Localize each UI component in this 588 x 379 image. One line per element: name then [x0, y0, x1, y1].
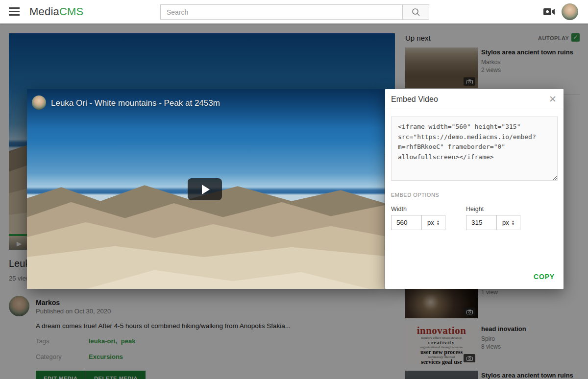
width-unit-select[interactable]: px ▲▼	[421, 215, 445, 230]
spinner-icon[interactable]: ▲▼	[437, 220, 440, 225]
embed-video-modal: Embed Video ✕ <iframe width="560" height…	[385, 89, 564, 289]
menu-icon[interactable]	[9, 7, 20, 16]
modal-header: Embed Video ✕	[385, 89, 564, 109]
height-group: px ▲▼	[466, 215, 520, 230]
height-label: Height	[466, 206, 484, 213]
embed-preview-player[interactable]: Leuka Ori - White mountains - Peak at 24…	[27, 89, 385, 289]
logo-primary: Media	[29, 5, 59, 18]
width-label: Width	[391, 206, 407, 213]
preview-video-title: Leuka Ori - White mountains - Peak at 24…	[51, 98, 220, 108]
width-group: px ▲▼	[391, 215, 445, 230]
width-input[interactable]	[392, 215, 421, 230]
copy-button[interactable]: COPY	[534, 273, 555, 281]
search-input[interactable]	[160, 4, 402, 20]
search-icon	[412, 8, 420, 17]
unit-value: px	[427, 219, 434, 226]
play-icon	[202, 185, 210, 194]
title-gradient	[27, 89, 385, 128]
height-unit-select[interactable]: px ▲▼	[496, 215, 520, 230]
spinner-icon[interactable]: ▲▼	[512, 220, 514, 225]
search-button[interactable]	[402, 4, 429, 20]
modal-title: Embed Video	[391, 95, 438, 104]
search-bar	[160, 4, 429, 20]
embed-options-label: EMBED OPTIONS	[391, 192, 439, 198]
preview-author-avatar[interactable]	[32, 95, 46, 110]
play-button[interactable]	[188, 178, 222, 200]
logo[interactable]: MediaCMS	[29, 5, 83, 18]
top-bar: MediaCMS	[0, 0, 588, 24]
user-avatar[interactable]	[562, 3, 578, 20]
close-icon[interactable]: ✕	[549, 94, 557, 105]
embed-code-textarea[interactable]: <iframe width="560" height="315" src="ht…	[391, 117, 558, 181]
height-input[interactable]	[466, 215, 496, 230]
unit-value: px	[502, 219, 509, 226]
upload-media-icon[interactable]	[543, 6, 556, 19]
logo-secondary: CMS	[59, 5, 84, 18]
